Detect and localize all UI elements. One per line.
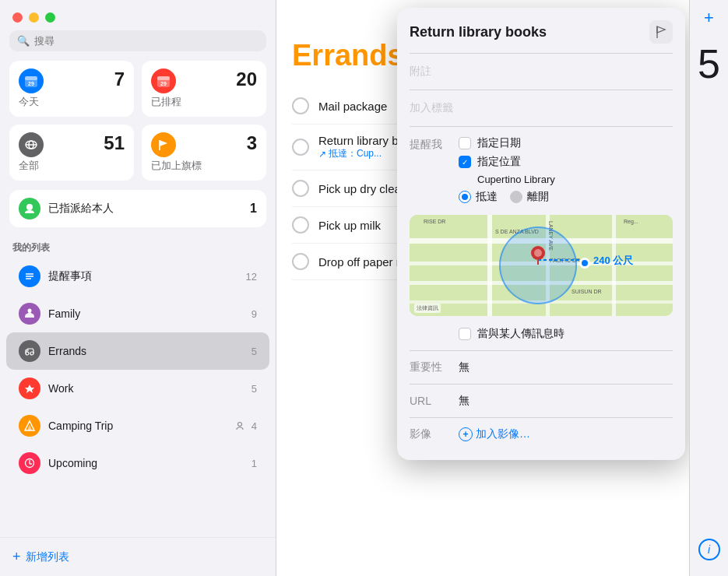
image-label: 影像 bbox=[410, 427, 452, 441]
map-container[interactable]: S DE ANZA BLVD PACIFIC DR SUISUN DR LANE… bbox=[410, 215, 673, 316]
flagged-icon bbox=[151, 132, 176, 157]
all-count: 51 bbox=[104, 132, 125, 154]
today-label: 今天 bbox=[19, 95, 125, 109]
map-distance-label: 240 公尺 bbox=[593, 254, 633, 268]
search-input[interactable] bbox=[34, 35, 258, 47]
assigned-card[interactable]: 已指派給本人 1 bbox=[9, 190, 266, 227]
popup-flag-button[interactable] bbox=[649, 20, 673, 44]
today-icon: 29 bbox=[19, 68, 44, 93]
messaging-label: 當與某人傳訊息時 bbox=[477, 327, 564, 341]
date-label: 指定日期 bbox=[477, 136, 521, 150]
sidebar-item-family[interactable]: Family 9 bbox=[6, 295, 269, 332]
depart-option: 離開 bbox=[510, 190, 549, 204]
camping-icon bbox=[19, 415, 40, 437]
location-checkbox[interactable]: ✓ bbox=[459, 156, 471, 168]
smart-list-scheduled[interactable]: 29 20 已排程 bbox=[142, 61, 266, 117]
messaging-row-spacer bbox=[410, 327, 452, 328]
road-label-6: Reg... bbox=[624, 219, 638, 224]
upcoming-icon bbox=[19, 452, 40, 474]
image-row: 影像 + 加入影像… bbox=[397, 421, 685, 448]
svg-rect-4 bbox=[157, 76, 170, 80]
remind-content: 指定日期 ✓ 指定位置 Cupertino Library 抵達 離開 bbox=[459, 136, 673, 204]
smart-lists: 29 7 今天 29 20 已排程 bbox=[0, 61, 276, 190]
main-content: Errands Mail package Return library book… bbox=[276, 0, 689, 576]
sidebar-item-upcoming[interactable]: Upcoming 1 bbox=[6, 444, 269, 482]
sidebar: 🔍 29 7 今天 bbox=[0, 0, 276, 576]
my-lists-label: 我的列表 bbox=[0, 235, 276, 258]
task-checkbox-milk[interactable] bbox=[292, 216, 309, 234]
traffic-lights bbox=[0, 0, 276, 30]
work-label: Work bbox=[48, 382, 244, 395]
divider-2 bbox=[410, 90, 673, 90]
add-image-button[interactable]: + 加入影像… bbox=[459, 427, 530, 441]
flagged-count: 3 bbox=[247, 132, 257, 154]
upcoming-count: 1 bbox=[251, 458, 257, 469]
svg-text:29: 29 bbox=[28, 81, 34, 86]
right-panel: + 5 i bbox=[689, 0, 728, 576]
date-checkbox[interactable] bbox=[459, 137, 471, 149]
priority-value: 無 bbox=[459, 360, 470, 374]
svg-marker-17 bbox=[25, 385, 34, 393]
add-list-label: 新增列表 bbox=[26, 550, 69, 564]
tag-section: 加入標籤 bbox=[397, 93, 685, 123]
family-label: Family bbox=[48, 307, 244, 320]
divider-5 bbox=[410, 384, 673, 385]
depart-label: 離開 bbox=[527, 190, 549, 204]
svg-text:29: 29 bbox=[160, 81, 167, 86]
svg-point-14 bbox=[28, 309, 32, 313]
svg-point-18 bbox=[237, 423, 241, 427]
sidebar-item-reminders[interactable]: 提醒事項 12 bbox=[6, 258, 269, 295]
road-v1 bbox=[487, 215, 492, 316]
smart-list-all[interactable]: 51 全部 bbox=[9, 125, 134, 181]
popup-title: Return library books bbox=[410, 24, 547, 40]
location-checkbox-row: ✓ 指定位置 bbox=[459, 155, 673, 169]
scheduled-label: 已排程 bbox=[151, 95, 257, 109]
info-button[interactable]: i bbox=[698, 539, 720, 560]
camping-label: Camping Trip bbox=[48, 420, 228, 432]
assigned-label: 已指派給本人 bbox=[48, 202, 114, 216]
shared-icon bbox=[236, 420, 247, 431]
close-button[interactable] bbox=[12, 12, 23, 23]
task-checkbox-paper[interactable] bbox=[292, 253, 309, 270]
upcoming-label: Upcoming bbox=[48, 457, 244, 469]
fullscreen-button[interactable] bbox=[45, 12, 55, 23]
scheduled-count: 20 bbox=[236, 68, 257, 90]
task-checkbox-drycleaning[interactable] bbox=[292, 180, 309, 197]
sidebar-item-errands[interactable]: Errands 5 bbox=[6, 332, 269, 370]
errands-label: Errands bbox=[48, 345, 244, 357]
arrive-depart-row: 抵達 離開 bbox=[459, 190, 673, 204]
note-placeholder[interactable]: 附註 bbox=[410, 60, 673, 83]
sidebar-item-work[interactable]: Work 5 bbox=[6, 370, 269, 407]
messaging-checkbox[interactable] bbox=[459, 328, 471, 340]
road-label-3: SUISUN DR bbox=[571, 289, 602, 294]
add-button[interactable]: + bbox=[704, 8, 714, 28]
add-list-icon: + bbox=[12, 549, 21, 565]
svg-point-10 bbox=[26, 204, 33, 210]
search-bar[interactable]: 🔍 bbox=[9, 30, 266, 51]
task-checkbox-mail[interactable] bbox=[292, 97, 309, 114]
work-count: 5 bbox=[251, 383, 257, 395]
tag-placeholder[interactable]: 加入標籤 bbox=[410, 97, 673, 120]
task-checkbox-library[interactable] bbox=[292, 139, 309, 156]
smart-list-today[interactable]: 29 7 今天 bbox=[9, 61, 134, 117]
minimize-button[interactable] bbox=[29, 12, 39, 23]
task-text-milk: Pick up milk bbox=[318, 219, 381, 232]
remind-row: 提醒我 指定日期 ✓ 指定位置 Cupertino Library 抵達 bbox=[397, 130, 685, 210]
map-pin bbox=[530, 244, 546, 263]
divider-3 bbox=[410, 126, 673, 127]
sidebar-item-camping[interactable]: Camping Trip 4 bbox=[6, 407, 269, 444]
all-icon bbox=[19, 132, 44, 157]
smart-list-flagged[interactable]: 3 已加上旗標 bbox=[142, 125, 266, 181]
date-checkbox-row: 指定日期 bbox=[459, 136, 673, 150]
errands-icon bbox=[19, 340, 40, 362]
map-user-dot bbox=[579, 258, 590, 269]
scheduled-icon: 29 bbox=[151, 68, 176, 93]
depart-radio[interactable] bbox=[510, 191, 522, 203]
reminders-count: 12 bbox=[246, 271, 257, 283]
arrive-radio[interactable] bbox=[459, 191, 471, 203]
remind-label: 提醒我 bbox=[410, 136, 452, 152]
camping-count: 4 bbox=[251, 420, 257, 432]
divider-1 bbox=[410, 53, 673, 54]
add-list-button[interactable]: + 新增列表 bbox=[0, 537, 276, 576]
url-row: URL 無 bbox=[397, 388, 685, 414]
